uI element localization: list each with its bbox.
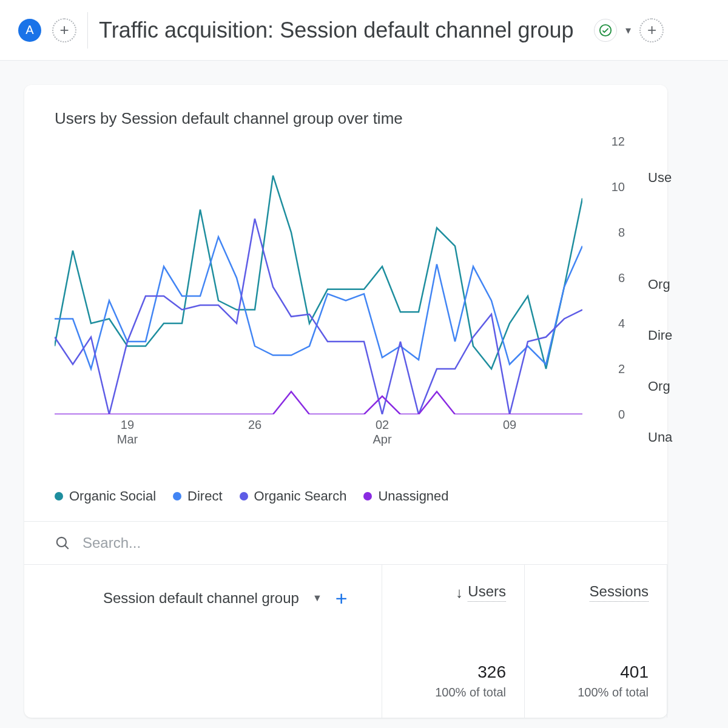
legend-item[interactable]: Unassigned: [363, 488, 448, 504]
svg-line-2: [65, 545, 69, 549]
svg-point-0: [600, 24, 611, 35]
svg-point-1: [57, 538, 66, 547]
line-chart[interactable]: [55, 141, 582, 414]
report-card: Users by Session default channel group o…: [24, 85, 667, 718]
metric-column-sessions: Sessions 401 100% of total: [525, 565, 667, 718]
page-title: Traffic acquisition: Session default cha…: [99, 18, 573, 43]
side-summary: Use Org Dire Org Una: [643, 170, 728, 480]
search-icon: [55, 535, 70, 551]
sessions-total: 401: [543, 662, 649, 682]
chart-title: Users by Session default channel group o…: [55, 109, 637, 128]
workspace: Users by Session default channel group o…: [0, 61, 728, 718]
avatar[interactable]: A: [18, 19, 41, 42]
y-axis: 024681012: [601, 141, 625, 414]
legend-item[interactable]: Organic Social: [55, 488, 156, 504]
x-axis: 19Mar2602Apr09: [55, 417, 582, 454]
dimension-label[interactable]: Session default channel group: [103, 590, 299, 607]
legend-item[interactable]: Organic Search: [240, 488, 347, 504]
sessions-header[interactable]: Sessions: [543, 583, 649, 602]
chart-container: 024681012 19Mar2602Apr09: [55, 141, 637, 445]
top-bar: A + Traffic acquisition: Session default…: [0, 0, 728, 61]
chart-legend: Organic SocialDirectOrganic SearchUnassi…: [55, 488, 637, 521]
status-check-icon[interactable]: [594, 19, 617, 42]
users-sub: 100% of total: [400, 686, 506, 699]
search-placeholder: Search...: [83, 534, 141, 551]
add-dimension-button[interactable]: +: [335, 588, 348, 608]
data-table: Session default channel group ▼ + ↓ User…: [24, 565, 667, 718]
dimension-column: Session default channel group ▼ +: [24, 565, 382, 718]
search-row[interactable]: Search...: [24, 521, 667, 565]
dropdown-icon[interactable]: ▾: [625, 24, 631, 37]
sort-desc-icon: ↓: [456, 584, 463, 601]
sessions-sub: 100% of total: [543, 686, 649, 699]
dropdown-icon[interactable]: ▼: [312, 593, 322, 604]
legend-item[interactable]: Direct: [173, 488, 222, 504]
metric-column-users: ↓ Users 326 100% of total: [382, 565, 525, 718]
users-total: 326: [400, 662, 506, 682]
users-header[interactable]: ↓ Users: [400, 583, 506, 602]
separator: [87, 12, 88, 49]
add-card-button[interactable]: +: [639, 18, 664, 42]
add-compare-button[interactable]: +: [52, 18, 76, 42]
